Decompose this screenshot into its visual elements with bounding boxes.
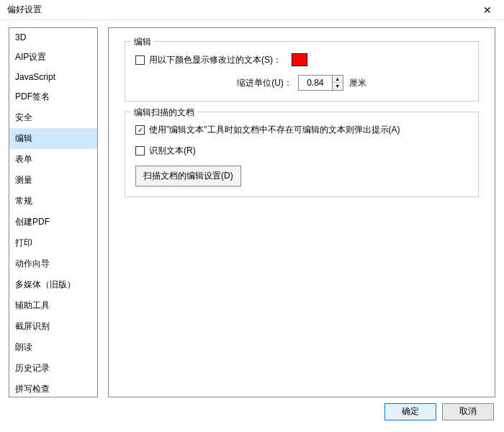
spinner-buttons: ▲ ▼ [333,75,343,91]
sidebar-item[interactable]: 动作向导 [9,253,97,274]
indent-row: 缩进单位(U)： ▲ ▼ 厘米 [135,75,468,91]
group-scan-title: 编辑扫描的文档 [131,107,197,119]
hint-checkbox-label: 使用"编辑文本"工具时如文档中不存在可编辑的文本则弹出提示(A) [149,124,400,136]
color-checkbox-label: 用以下颜色显示修改过的文本(S)： [149,54,282,66]
sidebar-item[interactable]: 历史记录 [9,358,97,379]
color-row: 用以下颜色显示修改过的文本(S)： [135,53,468,66]
color-swatch[interactable] [292,53,307,66]
sidebar-item[interactable]: 打印 [9,233,97,253]
group-edit: 编辑 用以下颜色显示修改过的文本(S)： 缩进单位(U)： ▲ ▼ 厘米 [125,41,479,102]
category-sidebar[interactable]: 3DAIP设置JavaScriptPDF签名安全编辑表单测量常规创建PDF打印动… [9,27,98,397]
cancel-button[interactable]: 取消 [442,403,494,420]
sidebar-item[interactable]: 截屏识别 [9,316,97,337]
window-title: 偏好设置 [7,4,42,16]
spinner-down[interactable]: ▼ [333,83,343,90]
hint-row: 使用"编辑文本"工具时如文档中不存在可编辑的文本则弹出提示(A) [135,124,468,136]
hint-checkbox[interactable] [135,125,145,135]
scan-settings-row: 扫描文档的编辑设置(D) [135,166,468,186]
ocr-row: 识别文本(R) [135,145,468,157]
sidebar-item[interactable]: 3D [9,28,97,47]
color-checkbox[interactable] [135,55,145,65]
indent-input[interactable] [298,75,333,91]
sidebar-item[interactable]: 创建PDF [9,212,97,233]
ocr-checkbox[interactable] [135,146,145,156]
sidebar-item[interactable]: 拼写检查 [9,379,97,397]
sidebar-item[interactable]: 朗读 [9,337,97,358]
group-edit-title: 编辑 [131,36,154,48]
content-panel: 编辑 用以下颜色显示修改过的文本(S)： 缩进单位(U)： ▲ ▼ 厘米 [108,27,495,397]
sidebar-item[interactable]: 安全 [9,107,97,128]
title-bar: 偏好设置 ✕ [0,0,504,20]
close-button[interactable]: ✕ [477,1,498,19]
scan-settings-button[interactable]: 扫描文档的编辑设置(D) [135,166,241,186]
sidebar-item[interactable]: 辅助工具 [9,295,97,316]
indent-spinner: ▲ ▼ [298,75,343,91]
sidebar-item[interactable]: PDF签名 [9,86,97,107]
ocr-checkbox-label: 识别文本(R) [149,145,196,157]
sidebar-item[interactable]: 多媒体（旧版） [9,274,97,295]
sidebar-item[interactable]: 测量 [9,170,97,191]
indent-unit: 厘米 [349,77,366,89]
spinner-up[interactable]: ▲ [333,76,343,83]
sidebar-item[interactable]: JavaScript [9,68,97,86]
sidebar-item[interactable]: 编辑 [9,128,97,149]
main-area: 3DAIP设置JavaScriptPDF签名安全编辑表单测量常规创建PDF打印动… [0,20,504,397]
close-icon: ✕ [483,4,492,16]
group-scan: 编辑扫描的文档 使用"编辑文本"工具时如文档中不存在可编辑的文本则弹出提示(A)… [125,112,479,197]
indent-label: 缩进单位(U)： [237,77,292,89]
sidebar-item[interactable]: AIP设置 [9,47,97,68]
ok-button[interactable]: 确定 [384,403,436,420]
footer: 确定 取消 [0,397,504,425]
sidebar-item[interactable]: 表单 [9,149,97,170]
sidebar-item[interactable]: 常规 [9,191,97,212]
